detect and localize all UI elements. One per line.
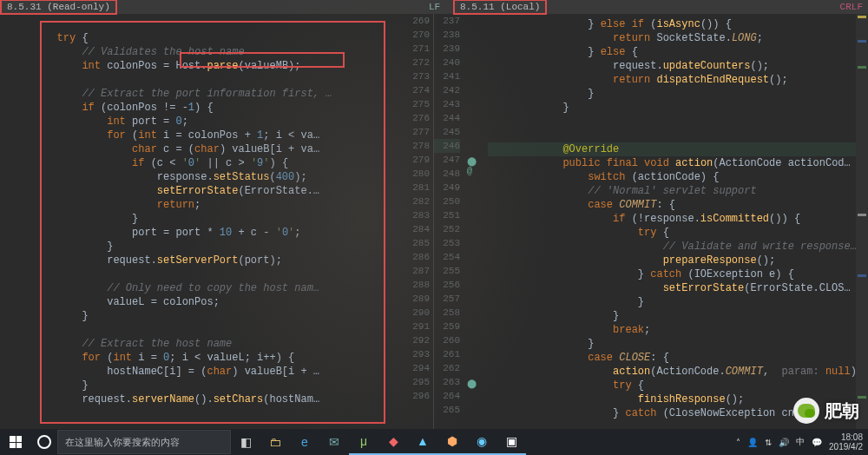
line-ending-left: LF [424, 1, 445, 13]
explorer-icon[interactable]: 🗀 [260, 429, 290, 455]
override-marker-icon[interactable]: ⬤ @ [467, 156, 484, 176]
clock-date: 2019/4/2 [829, 442, 863, 452]
tray-people-icon[interactable]: 👤 [747, 438, 758, 447]
right-gutter: 2372382392402412422432442452462472482492… [434, 14, 464, 429]
left-code: try { // Validates the host name int col… [7, 17, 400, 429]
cortana-icon [37, 435, 51, 449]
left-file-tab[interactable]: 8.5.31 (Read-only) [0, 0, 117, 15]
tray-notification-icon[interactable]: 💬 [812, 438, 822, 447]
search-placeholder: 在这里输入你要搜索的内容 [65, 436, 180, 449]
app-icon-2[interactable]: ◆ [378, 429, 408, 455]
right-code: } else if (isAsync()) { return SocketSta… [488, 17, 865, 429]
task-view-icon[interactable]: ◧ [231, 429, 260, 455]
line-ending-right: CRLF [840, 2, 863, 12]
diff-header: 8.5.31 (Read-only) LF 8.5.11 (Local) CRL… [0, 0, 868, 14]
wechat-watermark: 肥朝 [793, 398, 859, 424]
right-marker-gutter: ⬤ @ ⬤ [464, 14, 484, 429]
right-file-tab[interactable]: 8.5.11 (Local) [453, 0, 547, 15]
app-icon-6[interactable]: ▣ [496, 429, 526, 455]
windows-icon [10, 436, 22, 448]
tray-chevron-icon[interactable]: ˄ [736, 438, 740, 447]
left-pane[interactable]: try { // Validates the host name int col… [0, 14, 434, 429]
app-icon-5[interactable]: ◉ [467, 429, 496, 455]
tray-ime-icon[interactable]: 中 [796, 436, 805, 448]
app-icon-3[interactable]: ▲ [408, 429, 437, 455]
app-icon-4[interactable]: ⬢ [437, 429, 467, 455]
app-icon-1[interactable]: μ [349, 429, 378, 455]
wechat-icon [793, 398, 819, 424]
gutter-marker-icon[interactable]: ⬤ [467, 379, 477, 389]
clock-time: 18:08 [829, 432, 863, 442]
taskbar-clock[interactable]: 18:08 2019/4/2 [829, 432, 863, 452]
mail-icon[interactable]: ✉ [319, 429, 349, 455]
right-pane[interactable]: 2372382392402412422432442452462472482492… [434, 14, 868, 429]
taskbar-apps: ◧ 🗀 e ✉ μ ◆ ▲ ⬢ ◉ ▣ [231, 429, 526, 455]
tray-volume-icon[interactable]: 🔊 [779, 438, 789, 447]
start-button[interactable] [0, 429, 31, 455]
tray-network-icon[interactable]: ⇅ [765, 438, 772, 447]
system-tray[interactable]: ˄ 👤 ⇅ 🔊 中 💬 18:08 2019/4/2 [736, 432, 868, 452]
taskbar-search[interactable]: 在这里输入你要搜索的内容 [57, 430, 231, 454]
diff-view: try { // Validates the host name int col… [0, 14, 868, 429]
minimap[interactable] [856, 14, 868, 429]
cortana-button[interactable] [31, 429, 57, 455]
left-gutter: 2692702712722732742752762772782792802812… [404, 14, 433, 429]
wechat-name: 肥朝 [825, 399, 859, 423]
windows-taskbar[interactable]: 在这里输入你要搜索的内容 ◧ 🗀 e ✉ μ ◆ ▲ ⬢ ◉ ▣ ˄ 👤 ⇅ 🔊… [0, 429, 868, 455]
edge-icon[interactable]: e [290, 429, 319, 455]
